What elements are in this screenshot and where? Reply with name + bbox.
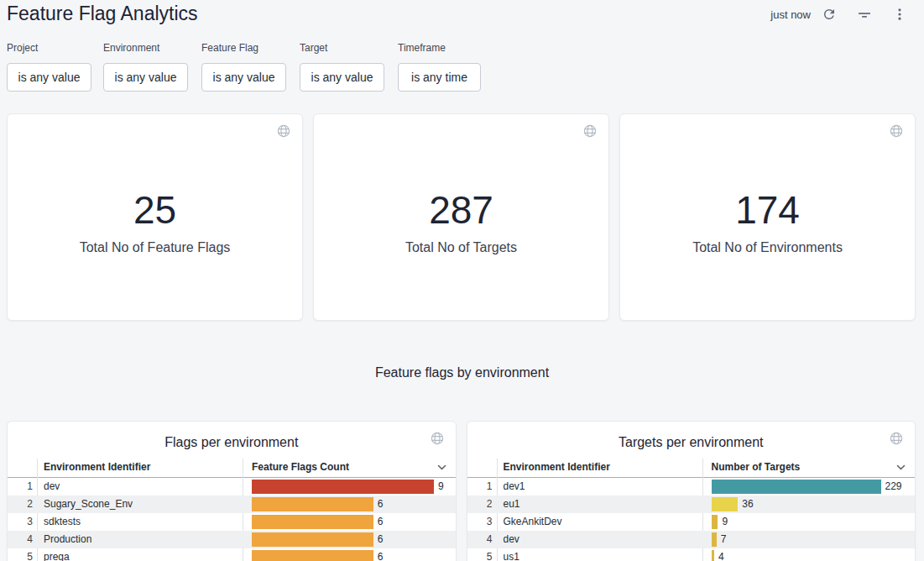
filter-label: Target (300, 42, 384, 54)
value-bar (252, 532, 373, 547)
value-bar (712, 532, 717, 547)
table-row[interactable]: 1dev9 (8, 478, 456, 495)
filter-value-button[interactable]: is any value (103, 63, 188, 92)
value-bar (712, 480, 881, 494)
globe-icon (890, 432, 903, 445)
table-row[interactable]: 3sdktests6 (8, 513, 456, 531)
table-row[interactable]: 5us14 (467, 548, 916, 561)
column-header-environment: Environment Identifier (44, 461, 150, 473)
column-header-measure: Feature Flags Count (252, 461, 349, 473)
row-index: 2 (8, 495, 33, 513)
filter-label: Project (7, 42, 91, 54)
filter-environment: Environmentis any value (103, 42, 188, 92)
kebab-menu-icon[interactable] (892, 7, 907, 22)
section-title: Feature flags by environment (0, 365, 924, 380)
row-index: 4 (467, 531, 493, 548)
column-header-measure: Number of Targets (712, 461, 801, 473)
filter-icon[interactable] (857, 7, 872, 22)
table-row[interactable]: 2Sugary_Scone_Env6 (8, 495, 456, 513)
row-index: 5 (8, 548, 33, 561)
environment-cell: sdktests (44, 513, 81, 531)
table-title: Flags per environment (8, 435, 456, 450)
value-bar (712, 497, 739, 511)
table-card-flags-per-environment: Flags per environmentEnvironment Identif… (7, 421, 457, 561)
filter-label: Feature Flag (201, 42, 286, 54)
filter-label: Timeframe (398, 42, 481, 54)
filter-target: Targetis any value (300, 42, 384, 92)
table-title: Targets per environment (467, 435, 916, 450)
last-refreshed: just now (770, 8, 811, 21)
value-label: 9 (722, 513, 728, 531)
table-row[interactable]: 3GkeAnkitDev9 (467, 513, 916, 531)
environment-cell: eu1 (504, 495, 520, 513)
kpi-row: 25Total No of Feature Flags287Total No o… (7, 113, 916, 321)
environment-cell: dev1 (504, 478, 525, 495)
kpi-label: Total No of Environments (620, 240, 915, 255)
row-index: 1 (467, 478, 493, 495)
value-label: 9 (438, 478, 444, 495)
filter-feature-flag: Feature Flagis any value (201, 42, 286, 92)
kpi-value: 287 (314, 191, 608, 229)
value-label: 36 (742, 495, 753, 513)
value-bar (712, 550, 715, 561)
row-index: 3 (467, 513, 493, 531)
column-header-environment: Environment Identifier (504, 461, 610, 473)
value-label: 4 (718, 548, 724, 561)
table-row[interactable]: 1dev1229 (467, 478, 916, 495)
table-card-targets-per-environment: Targets per environmentEnvironment Ident… (467, 421, 916, 561)
environment-cell: GkeAnkitDev (504, 513, 562, 531)
table-body: 1dev92Sugary_Scone_Env63sdktests64Produc… (8, 478, 456, 561)
table-row[interactable]: 4Production6 (8, 531, 456, 548)
table-row[interactable]: 4dev7 (467, 531, 916, 548)
environment-cell: dev (44, 478, 60, 495)
kpi-card-total-no-of-feature-flags: 25Total No of Feature Flags (7, 113, 303, 321)
kpi-label: Total No of Feature Flags (8, 240, 302, 255)
value-bar (252, 497, 373, 511)
value-bar (252, 515, 373, 529)
environment-cell: Production (44, 531, 91, 548)
table-row[interactable]: 5prega6 (8, 548, 456, 561)
environment-cell: dev (504, 531, 519, 548)
page-title: Feature Flag Analytics (7, 3, 198, 25)
kpi-value: 174 (620, 191, 915, 229)
value-label: 229 (885, 478, 902, 495)
environment-cell: prega (44, 548, 70, 561)
value-label: 6 (378, 548, 384, 561)
table-header: Environment IdentifierNumber of Targets (467, 459, 916, 478)
environment-cell: Sugary_Scone_Env (44, 495, 133, 513)
environment-cell: us1 (504, 548, 519, 561)
value-bar (252, 550, 373, 561)
refresh-icon[interactable] (822, 7, 837, 22)
filter-value-button[interactable]: is any value (201, 63, 286, 92)
row-index: 3 (8, 513, 33, 531)
kpi-label: Total No of Targets (314, 240, 608, 255)
filter-value-button[interactable]: is any value (7, 63, 91, 92)
filter-timeframe: Timeframeis any time (398, 42, 481, 92)
value-bar (252, 480, 434, 494)
chevron-down-icon[interactable] (437, 464, 446, 470)
table-body: 1dev12292eu1363GkeAnkitDev94dev75us14 (467, 478, 916, 561)
tables-row: Flags per environmentEnvironment Identif… (7, 421, 916, 561)
kpi-value: 25 (8, 191, 302, 229)
row-index: 1 (8, 478, 33, 495)
value-label: 7 (721, 531, 727, 548)
globe-icon (583, 124, 597, 138)
row-index: 5 (467, 548, 493, 561)
filter-value-button[interactable]: is any value (300, 63, 384, 92)
table-header: Environment IdentifierFeature Flags Coun… (8, 459, 456, 478)
chevron-down-icon[interactable] (896, 464, 906, 470)
value-label: 6 (378, 513, 384, 531)
filter-label: Environment (103, 42, 188, 54)
kpi-card-total-no-of-targets: 287Total No of Targets (313, 113, 609, 321)
table-row[interactable]: 2eu136 (467, 495, 916, 513)
topbar-actions: just now (770, 6, 907, 23)
value-label: 6 (378, 531, 384, 548)
globe-icon (890, 124, 903, 138)
row-index: 4 (8, 531, 33, 548)
globe-icon (277, 124, 290, 138)
filter-project: Projectis any value (7, 42, 91, 92)
filter-value-button[interactable]: is any time (398, 63, 481, 92)
value-label: 6 (378, 495, 384, 513)
value-bar (712, 515, 718, 529)
kpi-card-total-no-of-environments: 174Total No of Environments (619, 113, 916, 321)
